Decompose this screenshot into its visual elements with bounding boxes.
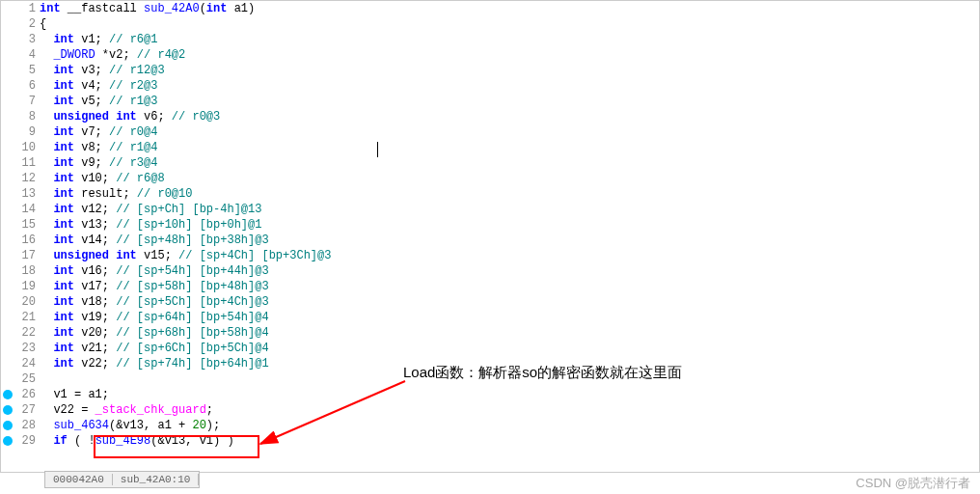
code-content[interactable]: int v9; // r3@4 bbox=[40, 155, 979, 171]
line-number[interactable]: 28 bbox=[1, 418, 40, 433]
code-content[interactable]: int v12; // [sp+Ch] [bp-4h]@13 bbox=[40, 202, 979, 217]
code-content[interactable]: unsigned int v15; // [sp+4Ch] [bp+3Ch]@3 bbox=[40, 248, 979, 263]
code-content[interactable]: int v20; // [sp+68h] [bp+58h]@4 bbox=[40, 325, 979, 341]
line-number[interactable]: 20 bbox=[1, 294, 40, 310]
code-line[interactable]: 18 int v16; // [sp+54h] [bp+44h]@3 bbox=[1, 263, 979, 279]
code-line[interactable]: 4 _DWORD *v2; // r4@2 bbox=[1, 47, 979, 63]
code-content[interactable]: int v21; // [sp+6Ch] [bp+5Ch]@4 bbox=[40, 341, 979, 356]
code-line[interactable]: 3 int v1; // r6@1 bbox=[1, 32, 979, 47]
status-address: 000042A0 bbox=[45, 474, 113, 485]
code-content[interactable]: int v13; // [sp+10h] [bp+0h]@1 bbox=[40, 217, 979, 233]
line-number[interactable]: 24 bbox=[1, 356, 40, 371]
code-line[interactable]: 7 int v5; // r1@3 bbox=[1, 94, 979, 109]
line-number[interactable]: 25 bbox=[1, 371, 40, 387]
code-line[interactable]: 16 int v14; // [sp+48h] [bp+38h]@3 bbox=[1, 233, 979, 248]
code-line[interactable]: 14 int v12; // [sp+Ch] [bp-4h]@13 bbox=[1, 202, 979, 217]
line-number[interactable]: 13 bbox=[1, 186, 40, 202]
breakpoint-icon[interactable] bbox=[3, 405, 13, 415]
code-content[interactable]: int v17; // [sp+58h] [bp+48h]@3 bbox=[40, 279, 979, 294]
watermark: CSDN @脱壳潜行者 bbox=[856, 475, 970, 492]
line-number[interactable]: 7 bbox=[1, 94, 40, 109]
code-line[interactable]: 12 int v10; // r6@8 bbox=[1, 171, 979, 186]
code-line[interactable]: 22 int v20; // [sp+68h] [bp+58h]@4 bbox=[1, 325, 979, 341]
code-line[interactable]: 9 int v7; // r0@4 bbox=[1, 124, 979, 140]
line-number[interactable]: 29 bbox=[1, 433, 40, 449]
line-number[interactable]: 3 bbox=[1, 32, 40, 47]
code-content[interactable]: int v14; // [sp+48h] [bp+38h]@3 bbox=[40, 233, 979, 248]
code-line[interactable]: 29 if ( !sub_4E98(&v13, v1) ) bbox=[1, 433, 979, 449]
line-number[interactable]: 23 bbox=[1, 341, 40, 356]
code-editor[interactable]: 1int __fastcall sub_42A0(int a1)2{3 int … bbox=[0, 0, 980, 473]
code-content[interactable]: int v19; // [sp+64h] [bp+54h]@4 bbox=[40, 310, 979, 325]
code-line[interactable]: 6 int v4; // r2@3 bbox=[1, 78, 979, 94]
code-line[interactable]: 13 int result; // r0@10 bbox=[1, 186, 979, 202]
code-content[interactable]: int v16; // [sp+54h] [bp+44h]@3 bbox=[40, 263, 979, 279]
code-content[interactable]: int v3; // r12@3 bbox=[40, 63, 979, 78]
breakpoint-icon[interactable] bbox=[3, 390, 13, 399]
code-content[interactable]: { bbox=[40, 16, 979, 32]
line-number[interactable]: 17 bbox=[1, 248, 40, 263]
code-content[interactable]: sub_4634(&v13, a1 + 20); bbox=[40, 418, 979, 433]
line-number[interactable]: 26 bbox=[1, 387, 40, 402]
breakpoint-icon[interactable] bbox=[3, 436, 13, 446]
code-content[interactable]: unsigned int v6; // r0@3 bbox=[40, 109, 979, 124]
code-line[interactable]: 8 unsigned int v6; // r0@3 bbox=[1, 109, 979, 124]
code-line[interactable]: 28 sub_4634(&v13, a1 + 20); bbox=[1, 418, 979, 433]
code-line[interactable]: 26 v1 = a1; bbox=[1, 387, 979, 402]
line-number[interactable]: 27 bbox=[1, 402, 40, 418]
line-number[interactable]: 8 bbox=[1, 109, 40, 124]
code-line[interactable]: 21 int v19; // [sp+64h] [bp+54h]@4 bbox=[1, 310, 979, 325]
line-number[interactable]: 16 bbox=[1, 233, 40, 248]
line-number[interactable]: 22 bbox=[1, 325, 40, 341]
annotation-text: Load函数：解析器so的解密函数就在这里面 bbox=[403, 364, 682, 382]
code-content[interactable]: _DWORD *v2; // r4@2 bbox=[40, 47, 979, 63]
code-content[interactable]: v1 = a1; bbox=[40, 387, 979, 402]
line-number[interactable]: 2 bbox=[1, 16, 40, 32]
code-line[interactable]: 5 int v3; // r12@3 bbox=[1, 63, 979, 78]
line-number[interactable]: 1 bbox=[1, 1, 40, 16]
code-line[interactable]: 2{ bbox=[1, 16, 979, 32]
code-line[interactable]: 19 int v17; // [sp+58h] [bp+48h]@3 bbox=[1, 279, 979, 294]
line-number[interactable]: 19 bbox=[1, 279, 40, 294]
code-content[interactable]: int v4; // r2@3 bbox=[40, 78, 979, 94]
code-content[interactable]: int v5; // r1@3 bbox=[40, 94, 979, 109]
line-number[interactable]: 10 bbox=[1, 140, 40, 155]
code-line[interactable]: 20 int v18; // [sp+5Ch] [bp+4Ch]@3 bbox=[1, 294, 979, 310]
status-bar: 000042A0 sub_42A0:10 bbox=[44, 471, 200, 488]
line-number[interactable]: 12 bbox=[1, 171, 40, 186]
code-content[interactable]: if ( !sub_4E98(&v13, v1) ) bbox=[40, 433, 979, 449]
code-content[interactable]: int v8; // r1@4 bbox=[40, 140, 979, 155]
code-line[interactable]: 27 v22 = _stack_chk_guard; bbox=[1, 402, 979, 418]
code-line[interactable]: 1int __fastcall sub_42A0(int a1) bbox=[1, 1, 979, 16]
code-content[interactable]: int __fastcall sub_42A0(int a1) bbox=[40, 1, 979, 16]
line-number[interactable]: 14 bbox=[1, 202, 40, 217]
text-cursor bbox=[377, 142, 378, 157]
code-content[interactable]: int v1; // r6@1 bbox=[40, 32, 979, 47]
line-number[interactable]: 4 bbox=[1, 47, 40, 63]
code-line[interactable]: 23 int v21; // [sp+6Ch] [bp+5Ch]@4 bbox=[1, 341, 979, 356]
code-line[interactable]: 11 int v9; // r3@4 bbox=[1, 155, 979, 171]
code-line[interactable]: 15 int v13; // [sp+10h] [bp+0h]@1 bbox=[1, 217, 979, 233]
code-content[interactable]: int v7; // r0@4 bbox=[40, 124, 979, 140]
code-content[interactable]: v22 = _stack_chk_guard; bbox=[40, 402, 979, 418]
code-line[interactable]: 17 unsigned int v15; // [sp+4Ch] [bp+3Ch… bbox=[1, 248, 979, 263]
breakpoint-icon[interactable] bbox=[3, 421, 13, 430]
code-content[interactable]: int v18; // [sp+5Ch] [bp+4Ch]@3 bbox=[40, 294, 979, 310]
line-number[interactable]: 11 bbox=[1, 155, 40, 171]
line-number[interactable]: 9 bbox=[1, 124, 40, 140]
code-content[interactable]: int result; // r0@10 bbox=[40, 186, 979, 202]
line-number[interactable]: 21 bbox=[1, 310, 40, 325]
line-number[interactable]: 15 bbox=[1, 217, 40, 233]
line-number[interactable]: 18 bbox=[1, 263, 40, 279]
status-location: sub_42A0:10 bbox=[113, 474, 200, 485]
code-line[interactable]: 10 int v8; // r1@4 bbox=[1, 140, 979, 155]
line-number[interactable]: 6 bbox=[1, 78, 40, 94]
code-content[interactable]: int v10; // r6@8 bbox=[40, 171, 979, 186]
line-number[interactable]: 5 bbox=[1, 63, 40, 78]
